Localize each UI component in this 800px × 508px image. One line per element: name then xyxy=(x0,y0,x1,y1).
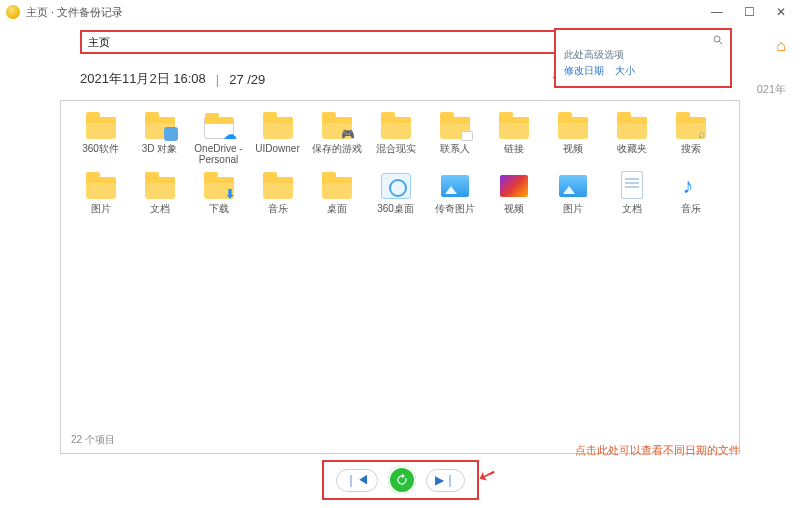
folder-pictures-label: 图片 xyxy=(91,203,111,214)
folder-desktop-icon xyxy=(321,171,353,199)
file-video-icon xyxy=(498,171,530,199)
prev-button[interactable]: ｜◀ xyxy=(345,472,369,489)
folder-mixedreality-icon xyxy=(380,111,412,139)
restore-button[interactable] xyxy=(388,466,416,494)
folder-uidowner[interactable]: UIDowner xyxy=(248,111,307,165)
folder-360-label: 360软件 xyxy=(82,143,119,154)
file-pic2-label: 图片 xyxy=(563,203,583,214)
hint-bottom: 点击此处可以查看不同日期的文件 xyxy=(575,443,740,458)
folder-video[interactable]: 视频 xyxy=(543,111,602,165)
snapshot-counter: 27 /29 xyxy=(229,72,265,87)
folder-links-icon xyxy=(498,111,530,139)
next-group: ▶｜ xyxy=(426,469,465,492)
folder-360[interactable]: 360软件 xyxy=(71,111,130,165)
svg-line-1 xyxy=(719,41,722,44)
titlebar: 主页 · 文件备份记录 — ☐ ✕ xyxy=(0,0,800,24)
folder-docs[interactable]: 文档 xyxy=(130,171,189,214)
file-pic1[interactable]: 传奇图片 xyxy=(425,171,484,214)
filter-panel: 此处高级选项 修改日期 大小 xyxy=(554,28,732,88)
window-title: 主页 · 文件备份记录 xyxy=(26,5,123,20)
playback-box: ｜◀ ▶｜ xyxy=(322,460,479,500)
folder-music[interactable]: 音乐 xyxy=(248,171,307,214)
folder-desktop[interactable]: 桌面 xyxy=(307,171,366,214)
file-grid: 360软件3D 对象☁OneDrive - PersonalUIDowner🎮保… xyxy=(71,111,729,214)
file-video-label: 视频 xyxy=(504,203,524,214)
playback-row: ｜◀ ▶｜ xyxy=(0,460,800,500)
file-360desk[interactable]: 360桌面 xyxy=(366,171,425,214)
folder-favorites-label: 收藏夹 xyxy=(617,143,647,154)
prev-group: ｜◀ xyxy=(336,469,378,492)
folder-3d[interactable]: 3D 对象 xyxy=(130,111,189,165)
filter-link-size[interactable]: 大小 xyxy=(615,65,635,76)
folder-favorites[interactable]: 收藏夹 xyxy=(602,111,661,165)
folder-onedrive-icon: ☁ xyxy=(203,111,235,139)
notification-dot: ⌂ xyxy=(776,37,786,55)
folder-video-label: 视频 xyxy=(563,143,583,154)
truncated-year: 021年 xyxy=(757,82,786,97)
restore-icon xyxy=(395,473,409,487)
file-music[interactable]: 音乐 xyxy=(661,171,720,214)
search-row: 仅 此处高级选项 修改日期 大小 xyxy=(80,30,720,54)
folder-search-label: 搜索 xyxy=(681,143,701,154)
file-pic2[interactable]: 图片 xyxy=(543,171,602,214)
folder-onedrive[interactable]: ☁OneDrive - Personal xyxy=(189,111,248,165)
file-doc-icon xyxy=(616,171,648,199)
folder-savedgames-label: 保存的游戏 xyxy=(312,143,362,154)
folder-savedgames-icon: 🎮 xyxy=(321,111,353,139)
file-music-icon xyxy=(675,171,707,199)
snapshot-timestamp: 2021年11月2日 16:08 xyxy=(80,70,206,88)
folder-uidowner-icon xyxy=(262,111,294,139)
file-doc[interactable]: 文档 xyxy=(602,171,661,214)
app-icon xyxy=(6,5,20,19)
folder-mixedreality[interactable]: 混合现实 xyxy=(366,111,425,165)
minimize-button[interactable]: — xyxy=(710,5,724,19)
close-button[interactable]: ✕ xyxy=(774,5,788,19)
svg-point-0 xyxy=(714,36,720,42)
maximize-button[interactable]: ☐ xyxy=(742,5,756,19)
next-button[interactable]: ▶｜ xyxy=(435,472,456,489)
folder-3d-label: 3D 对象 xyxy=(142,143,178,154)
filter-links: 修改日期 大小 xyxy=(556,62,730,82)
file-360desk-icon xyxy=(380,171,412,199)
folder-onedrive-label: OneDrive - Personal xyxy=(190,143,248,165)
folder-pictures-icon xyxy=(85,171,117,199)
folder-contacts-label: 联系人 xyxy=(440,143,470,154)
file-pic1-label: 传奇图片 xyxy=(435,203,475,214)
item-count: 22 个项目 xyxy=(71,433,115,447)
folder-music-icon xyxy=(262,171,294,199)
filter-title: 此处高级选项 xyxy=(556,48,730,62)
file-doc-label: 文档 xyxy=(622,203,642,214)
window-controls: — ☐ ✕ xyxy=(710,5,794,19)
folder-contacts[interactable]: 联系人 xyxy=(425,111,484,165)
folder-savedgames[interactable]: 🎮保存的游戏 xyxy=(307,111,366,165)
folder-docs-label: 文档 xyxy=(150,203,170,214)
filter-search-icon[interactable] xyxy=(562,34,724,46)
file-pic2-icon xyxy=(557,171,589,199)
folder-links-label: 链接 xyxy=(504,143,524,154)
folder-3d-icon xyxy=(144,111,176,139)
folder-contacts-icon xyxy=(439,111,471,139)
folder-pictures[interactable]: 图片 xyxy=(71,171,130,214)
folder-downloads-label: 下载 xyxy=(209,203,229,214)
folder-favorites-icon xyxy=(616,111,648,139)
folder-links[interactable]: 链接 xyxy=(484,111,543,165)
folder-video-icon xyxy=(557,111,589,139)
folder-desktop-label: 桌面 xyxy=(327,203,347,214)
file-panel: 360软件3D 对象☁OneDrive - PersonalUIDowner🎮保… xyxy=(60,100,740,454)
folder-downloads-icon: ⬇ xyxy=(203,171,235,199)
folder-docs-icon xyxy=(144,171,176,199)
folder-mixedreality-label: 混合现实 xyxy=(376,143,416,154)
folder-search[interactable]: ⌕搜索 xyxy=(661,111,720,165)
folder-360-icon xyxy=(85,111,117,139)
file-video[interactable]: 视频 xyxy=(484,171,543,214)
file-360desk-label: 360桌面 xyxy=(377,203,414,214)
folder-music-label: 音乐 xyxy=(268,203,288,214)
file-music-label: 音乐 xyxy=(681,203,701,214)
info-divider: | xyxy=(216,72,219,87)
file-pic1-icon xyxy=(439,171,471,199)
filter-link-date[interactable]: 修改日期 xyxy=(564,65,604,76)
folder-downloads[interactable]: ⬇下载 xyxy=(189,171,248,214)
folder-search-icon: ⌕ xyxy=(675,111,707,139)
folder-uidowner-label: UIDowner xyxy=(255,143,299,154)
